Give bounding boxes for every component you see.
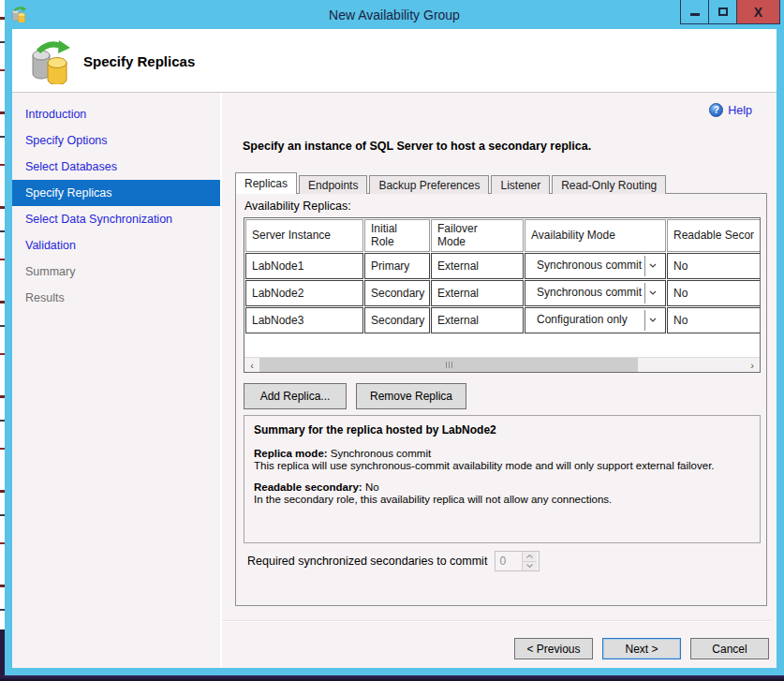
cell-failover-mode[interactable]: External [431,280,524,306]
cell-availability-mode: Configuration only [525,307,666,333]
title-bar[interactable]: New Availability Group X [5,0,784,29]
tab-listener[interactable]: Listener [491,175,550,194]
maximize-button[interactable] [708,0,737,24]
availability-replicas-label: Availability Replicas: [244,200,351,213]
column-header-server-instance[interactable]: Server Instance [245,219,363,252]
close-icon: X [754,5,762,20]
column-header-readable-secondary[interactable]: Readable Secondary [667,219,760,252]
specify-replicas-icon [27,37,72,84]
availability-mode-dropdown[interactable]: Configuration only [531,310,659,331]
maximize-icon [718,7,728,16]
sidebar-item-specify-replicas[interactable]: Specify Replicas [12,180,220,206]
close-button[interactable]: X [736,0,780,24]
readable-secondary-line: Readable secondary: No [254,481,750,493]
spinner-down-icon [523,561,537,571]
replica-mode-line: Replica mode: Synchronous commit [254,448,750,459]
cell-readable-secondary[interactable]: No [667,253,760,279]
column-header-failover-mode[interactable]: Failover Mode [431,219,524,252]
sidebar-item-validation[interactable]: Validation [12,232,220,259]
tab-backup-preferences[interactable]: Backup Preferences [369,175,489,194]
replica-summary-panel: Summary for the replica hosted by LabNod… [244,415,761,543]
summary-title: Summary for the replica hosted by LabNod… [254,423,750,437]
desktop-bottom-edge [0,675,784,681]
page-title: Specify Replicas [83,53,195,69]
dropdown-chevron-icon[interactable] [644,310,659,331]
dropdown-chevron-icon[interactable] [644,256,659,276]
sidebar-item-results: Results [12,285,220,311]
sidebar-item-introduction[interactable]: Introduction [12,101,220,127]
replicas-tab-page: Availability Replicas: Server Instance I… [235,193,767,606]
instruction-text: Specify an instance of SQL Server to hos… [243,140,591,153]
column-header-initial-role[interactable]: Initial Role [364,219,430,252]
cell-initial-role[interactable]: Secondary [364,280,430,306]
cell-readable-secondary[interactable]: No [667,307,760,333]
tab-strip: Replicas Endpoints Backup Preferences Li… [235,172,668,194]
sidebar-item-select-data-synchronization[interactable]: Select Data Synchronization [12,206,220,232]
cell-server-instance[interactable]: LabNode1 [245,253,363,279]
required-secondaries-spinner [495,551,540,571]
minimize-icon [690,13,700,16]
help-link[interactable]: ? Help [709,103,752,117]
cell-availability-mode: Synchronous commit [525,280,666,306]
dropdown-chevron-icon[interactable] [644,283,659,303]
required-secondaries-input [496,552,522,570]
previous-button[interactable]: < Previous [514,638,593,659]
sidebar-item-select-databases[interactable]: Select Databases [12,154,220,180]
wizard-header: Specify Replicas [12,29,777,93]
scroll-left-arrow-icon[interactable]: ‹ [244,358,259,372]
grid-header-row: Server Instance Initial Role Failover Mo… [245,219,760,252]
tab-replicas[interactable]: Replicas [235,172,297,194]
table-row: LabNode2 Secondary External Synchronous … [245,280,760,306]
sidebar-item-summary: Summary [12,259,220,285]
cell-failover-mode[interactable]: External [431,307,524,333]
cancel-button[interactable]: Cancel [690,638,769,659]
footer-divider [222,620,771,622]
spinner-up-icon [523,552,537,561]
minimize-button[interactable] [680,0,709,24]
cell-server-instance[interactable]: LabNode2 [245,280,363,306]
readable-secondary-description: In the secondary role, this availability… [254,494,750,505]
table-row: LabNode3 Secondary External Configuratio… [245,307,760,333]
cell-initial-role[interactable]: Secondary [364,307,430,333]
sidebar-item-specify-options[interactable]: Specify Options [12,127,220,154]
tab-endpoints[interactable]: Endpoints [299,175,367,194]
help-icon: ? [709,103,723,117]
availability-replicas-grid: Server Instance Initial Role Failover Mo… [244,217,761,373]
scroll-right-arrow-icon[interactable]: › [745,358,760,372]
cell-availability-mode: Synchronous commit [525,253,666,279]
main-panel: ? Help Specify an instance of SQL Server… [222,94,777,668]
help-label: Help [728,104,752,117]
remove-replica-button[interactable]: Remove Replica [356,383,466,409]
tab-read-only-routing[interactable]: Read-Only Routing [552,175,666,194]
cell-failover-mode[interactable]: External [431,253,524,279]
new-availability-group-dialog: New Availability Group X Specify Replica… [5,0,784,675]
add-replica-button[interactable]: Add Replica... [244,383,347,409]
wizard-steps-sidebar: Introduction Specify Options Select Data… [12,94,220,668]
required-secondaries-label: Required synchronized secondaries to com… [247,555,487,568]
availability-group-icon [10,6,27,22]
column-header-availability-mode[interactable]: Availability Mode [525,219,666,252]
horizontal-scrollbar: ‹ › [244,357,760,372]
scrollbar-track[interactable] [259,358,745,372]
cell-initial-role[interactable]: Primary [364,253,430,279]
replica-mode-description: This replica will use synchronous-commit… [254,460,750,471]
table-row: LabNode1 Primary External Synchronous co… [245,253,760,279]
availability-mode-dropdown[interactable]: Synchronous commit [531,283,659,303]
scrollbar-thumb[interactable] [259,358,638,372]
cell-server-instance[interactable]: LabNode3 [245,307,363,333]
availability-mode-dropdown[interactable]: Synchronous commit [531,256,659,276]
next-button[interactable]: Next > [602,638,681,659]
window-title: New Availability Group [5,7,784,22]
cell-readable-secondary[interactable]: No [667,280,760,306]
